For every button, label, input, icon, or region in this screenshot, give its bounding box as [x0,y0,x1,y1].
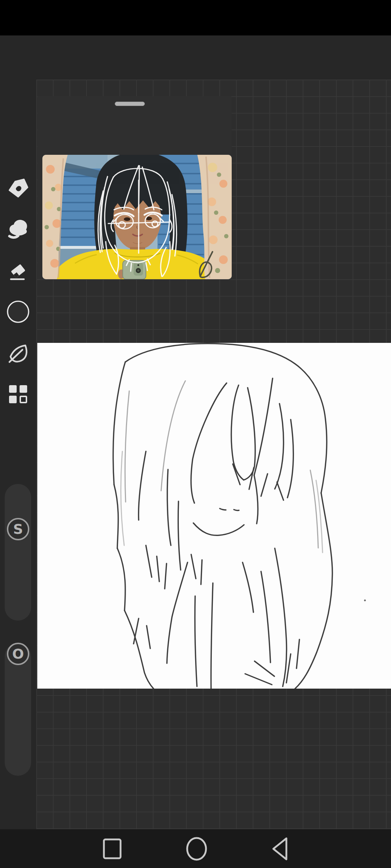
materials-grid-button[interactable] [7,383,30,406]
smudge-tool-icon [8,218,29,239]
home-button[interactable] [184,836,210,862]
brush-size-thumb[interactable]: S [7,518,29,540]
recents-square-icon [99,836,125,862]
back-triangle-icon [268,836,294,862]
top-toolbar [0,35,391,80]
drawing-app: S O [0,0,391,868]
brush-size-label: S [13,522,23,536]
color-circle-icon [7,300,30,324]
reference-photo-image [42,155,232,279]
recents-button[interactable] [99,836,125,862]
leaf-tool-button[interactable] [7,342,30,365]
opacity-label: O [12,647,24,661]
character-sketch [37,343,391,689]
reference-window[interactable] [37,96,232,279]
pen-tool-icon [8,178,29,199]
android-nav-bar [0,829,391,868]
drag-handle[interactable] [115,102,145,106]
opacity-thumb[interactable]: O [7,643,29,665]
color-circle-button[interactable] [7,300,30,323]
smudge-tool-button[interactable] [7,217,30,241]
status-bar [0,0,391,35]
brush-size-slider[interactable] [5,484,31,621]
back-button[interactable] [268,836,294,862]
leaf-tool-icon [7,342,29,364]
materials-grid-icon [7,383,29,405]
eraser-tool-icon [8,261,29,282]
pen-tool-button[interactable] [7,176,30,200]
home-circle-icon [184,836,210,862]
canvas-viewport[interactable] [36,80,391,829]
eraser-tool-button[interactable] [7,260,30,283]
drawing-canvas[interactable] [37,343,391,689]
reference-photo[interactable] [42,155,232,279]
